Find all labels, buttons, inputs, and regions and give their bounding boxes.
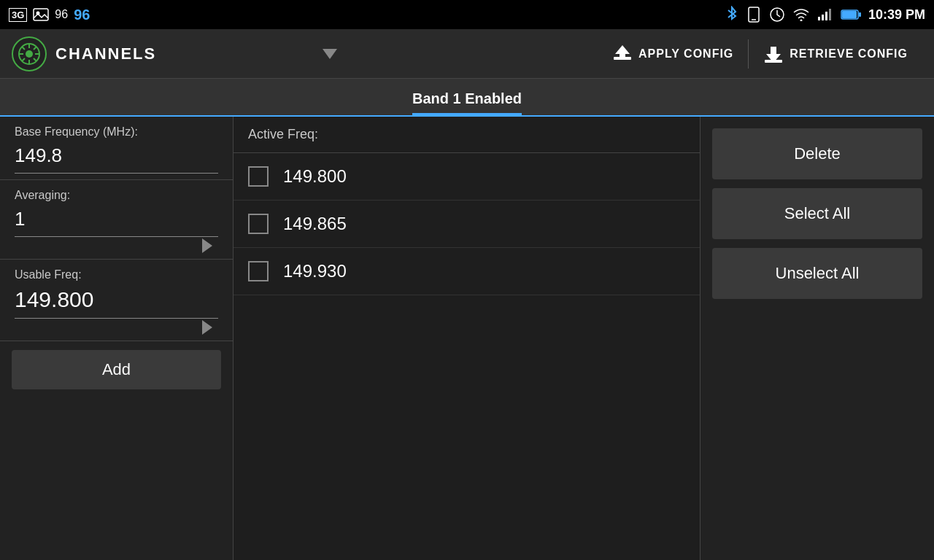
active-freq-header: Active Freq: — [234, 117, 700, 153]
add-button[interactable]: Add — [12, 350, 221, 389]
retrieve-config-button[interactable]: RETRIEVE CONFIG — [749, 38, 922, 70]
averaging-arrow-icon — [202, 238, 212, 253]
battery-icon — [841, 9, 861, 20]
freq-list: 149.800 149.865 149.930 — [234, 153, 700, 560]
averaging-value: 1 — [15, 205, 218, 233]
left-panel: Base Frequency (MHz): 149.8 Averaging: 1… — [0, 117, 234, 560]
freq-checkbox[interactable] — [248, 214, 269, 234]
usable-freq-underline — [15, 318, 218, 319]
app-bar-actions: APPLY CONFIG RETRIEVE CONFIG — [598, 38, 922, 70]
wifi-icon — [792, 8, 810, 21]
band-header: Band 1 Enabled — [0, 79, 934, 117]
base-freq-underline — [15, 173, 218, 174]
temp-value: 96 — [55, 8, 68, 21]
apply-config-button[interactable]: APPLY CONFIG — [598, 38, 748, 70]
usable-freq-label: Usable Freq: — [15, 268, 218, 281]
svg-rect-15 — [614, 57, 631, 60]
app-title: CHANNELS — [55, 44, 317, 63]
averaging-group: Averaging: 1 — [0, 180, 233, 260]
status-bar: 3G 96 96 — [0, 0, 934, 29]
svg-point-14 — [26, 50, 33, 58]
status-left: 3G 96 96 — [9, 7, 90, 23]
usable-freq-group: Usable Freq: 149.800 — [0, 260, 233, 341]
band-tab[interactable]: Band 1 Enabled — [412, 90, 522, 115]
delete-button[interactable]: Delete — [712, 128, 922, 179]
upload-icon — [612, 44, 633, 64]
base-freq-label: Base Frequency (MHz): — [15, 125, 218, 139]
status-right: 10:39 PM — [725, 6, 925, 23]
select-all-button[interactable]: Select All — [712, 188, 922, 239]
unselect-all-button[interactable]: Unselect All — [712, 248, 922, 299]
svg-point-5 — [800, 20, 802, 22]
image-icon — [33, 8, 49, 21]
download-icon — [763, 44, 784, 64]
freq-item[interactable]: 149.865 — [234, 201, 700, 248]
freq-item[interactable]: 149.800 — [234, 153, 700, 201]
time-display: 10:39 PM — [868, 7, 925, 23]
freq-checkbox[interactable] — [248, 261, 269, 281]
signal-bars-icon — [817, 8, 833, 21]
freq-value: 149.865 — [283, 214, 347, 234]
app-logo — [12, 36, 47, 71]
freq-value: 149.930 — [283, 261, 347, 281]
svg-rect-9 — [829, 9, 831, 20]
averaging-underline — [15, 236, 218, 237]
svg-rect-8 — [825, 12, 827, 20]
usable-freq-arrow-indicator — [15, 320, 218, 335]
apply-config-label: APPLY CONFIG — [638, 47, 733, 61]
signal-strength: 96 — [74, 7, 90, 23]
freq-checkbox[interactable] — [248, 166, 269, 187]
usable-freq-arrow-icon — [202, 320, 212, 335]
freq-item[interactable]: 149.930 — [234, 248, 700, 295]
usable-freq-value: 149.800 — [15, 284, 218, 315]
phone-icon — [746, 7, 762, 23]
svg-rect-7 — [822, 15, 824, 20]
averaging-label: Averaging: — [15, 189, 218, 202]
center-panel: Active Freq: 149.800 149.865 149.930 — [234, 117, 700, 560]
freq-value: 149.800 — [283, 166, 347, 187]
dropdown-arrow-icon — [323, 49, 337, 59]
app-bar: CHANNELS APPLY CONFIG RETRIEVE CONFIG — [0, 29, 934, 79]
base-freq-value: 149.8 — [15, 141, 218, 170]
svg-rect-11 — [842, 11, 857, 18]
right-panel: Delete Select All Unselect All — [700, 117, 934, 560]
svg-rect-6 — [818, 17, 820, 20]
main-content: Base Frequency (MHz): 149.8 Averaging: 1… — [0, 117, 934, 560]
retrieve-config-label: RETRIEVE CONFIG — [790, 47, 908, 61]
averaging-arrow-indicator — [15, 238, 218, 253]
svg-marker-16 — [615, 45, 630, 57]
network-icon: 3G — [9, 8, 27, 22]
svg-rect-0 — [34, 9, 48, 20]
base-freq-group: Base Frequency (MHz): 149.8 — [0, 117, 233, 180]
bluetooth-icon — [725, 6, 738, 23]
clock-icon — [769, 7, 785, 23]
svg-rect-12 — [859, 12, 861, 17]
